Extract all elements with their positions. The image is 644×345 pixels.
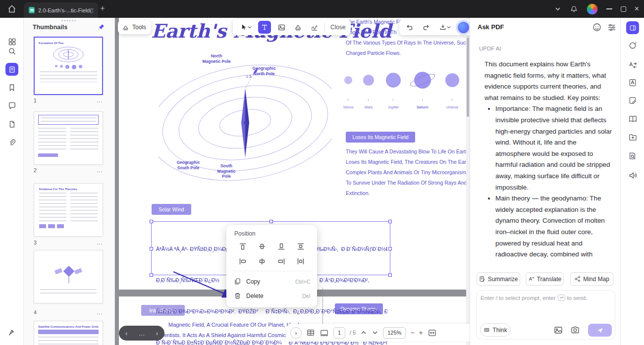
thumbnail-4-menu[interactable]: … xyxy=(97,309,103,316)
think-toggle-button[interactable]: Think xyxy=(480,323,511,337)
thumbnail-1-lines xyxy=(40,71,97,82)
translate-button[interactable]: Translate xyxy=(526,272,564,286)
context-menu-delete[interactable]: Delete Del xyxy=(226,289,317,303)
undo-icon[interactable] xyxy=(403,21,415,33)
align-right-icon[interactable] xyxy=(277,257,286,266)
table-view-icon[interactable] xyxy=(306,328,315,337)
chevron-down-icon[interactable] xyxy=(554,5,561,12)
tools-button[interactable]: Tools xyxy=(118,20,151,34)
resize-handle-ne[interactable] xyxy=(388,220,392,223)
nav-previous-icon[interactable]: ‹ xyxy=(125,330,127,337)
prompt-input[interactable]: Enter / to select prompt, enter to send.… xyxy=(476,290,615,340)
next-page-icon[interactable] xyxy=(372,329,378,336)
thumbnail-2-menu[interactable]: … xyxy=(97,167,103,174)
stamp-tool[interactable] xyxy=(292,21,304,33)
translate-page-icon[interactable] xyxy=(627,77,638,88)
screenshot-icon[interactable] xyxy=(570,325,580,335)
annotate-export-icon[interactable] xyxy=(627,95,638,106)
nav-more-icon[interactable]: … xyxy=(139,330,145,337)
thumbnail-page-1[interactable]: Formation Of The xyxy=(34,37,103,95)
bookmark-icon[interactable] xyxy=(6,82,17,93)
page-number-input[interactable]: 1 xyxy=(333,327,345,339)
distribute-vertical-icon[interactable] xyxy=(296,242,305,251)
expand-toolbar-button[interactable]: › xyxy=(290,327,302,339)
thumbnail-5-band xyxy=(38,330,99,334)
zoom-out-button[interactable]: − xyxy=(410,329,414,337)
presentation-icon[interactable] xyxy=(320,328,329,338)
thumbnail-page-3[interactable]: Evidence For The Theories xyxy=(34,183,103,237)
distribute-horizontal-icon[interactable] xyxy=(296,257,305,266)
minimize-button[interactable] xyxy=(606,8,612,9)
align-top-icon[interactable] xyxy=(238,242,247,251)
page-navigation-toolbar: › 1 / 5 125% − + xyxy=(286,324,470,342)
nav-next-icon[interactable]: › xyxy=(156,330,158,337)
previous-page-icon[interactable] xyxy=(360,329,367,336)
zoom-level[interactable]: 125% xyxy=(383,327,406,339)
select-cursor-tool[interactable] xyxy=(238,21,254,33)
mind-map-icon xyxy=(574,276,581,282)
export-folder-icon[interactable] xyxy=(627,132,638,143)
send-button[interactable] xyxy=(588,324,612,337)
summarize-icon xyxy=(479,276,485,282)
reader-view-icon[interactable] xyxy=(627,113,638,124)
save-export-icon[interactable] xyxy=(437,21,453,33)
sidebar-item-thumbnails[interactable] xyxy=(5,63,18,76)
planet-label-uranus: Uranus xyxy=(441,105,463,109)
signature-tool[interactable] xyxy=(308,21,320,33)
updf-ai-label: UPDF AI xyxy=(479,46,501,51)
attachment-icon[interactable] xyxy=(6,137,17,148)
comment-icon[interactable] xyxy=(6,100,17,111)
context-menu-copy[interactable]: Copy Ctrl+C xyxy=(226,274,317,289)
resize-handle-se[interactable] xyxy=(388,273,392,277)
fit-width-icon[interactable] xyxy=(428,328,437,338)
close-window-button[interactable]: × xyxy=(635,5,639,13)
ai-panel-toggle[interactable] xyxy=(626,21,639,34)
collapsed-nav-pill[interactable]: ‹ … › xyxy=(119,326,164,341)
pages-icon[interactable] xyxy=(6,119,17,130)
updf-ai-toggle-icon[interactable] xyxy=(458,22,469,33)
avatar[interactable] xyxy=(587,3,598,15)
thumbnail-page-4[interactable] xyxy=(34,250,103,303)
home-icon[interactable] xyxy=(7,4,17,14)
text-to-speech-icon[interactable] xyxy=(627,170,638,181)
new-tab-button[interactable]: + xyxy=(97,3,108,14)
feedback-smiley-icon[interactable] xyxy=(592,22,602,32)
maximize-button[interactable] xyxy=(621,6,626,12)
search-icon[interactable] xyxy=(6,46,17,56)
resize-handle-n[interactable] xyxy=(269,220,273,223)
thumbnail-page-2[interactable] xyxy=(34,111,103,165)
bell-icon[interactable] xyxy=(570,5,578,13)
vertical-scrollbar[interactable] xyxy=(466,18,470,345)
align-vertical-center-icon[interactable] xyxy=(258,242,267,251)
close-toolbar-button[interactable]: Close xyxy=(330,24,346,31)
trash-icon xyxy=(233,292,242,300)
settings-sliders-icon[interactable] xyxy=(607,22,617,32)
align-left-icon[interactable] xyxy=(238,257,247,266)
translate-compare-icon[interactable] xyxy=(627,59,638,70)
enter-key-icon xyxy=(558,295,565,301)
thumbnail-3-menu[interactable]: … xyxy=(97,239,103,246)
redo-icon[interactable] xyxy=(420,21,432,33)
resize-handle-nw[interactable] xyxy=(150,220,153,223)
image-tool[interactable] xyxy=(275,21,287,33)
resize-handle-e[interactable] xyxy=(388,247,392,250)
resize-handle-sw[interactable] xyxy=(150,273,153,277)
summarize-button[interactable]: Summarize xyxy=(477,272,520,286)
pin-icon[interactable] xyxy=(97,23,106,32)
document-tab[interactable]: 2.0-Earth's-...tic-Field(1) xyxy=(24,2,98,18)
zoom-in-button[interactable]: + xyxy=(419,329,423,337)
document-search-icon[interactable] xyxy=(627,150,638,161)
ai-assistant-icon[interactable] xyxy=(627,40,638,50)
resize-handle-w[interactable] xyxy=(150,247,153,250)
align-bottom-icon[interactable] xyxy=(277,242,286,251)
insert-image-icon[interactable] xyxy=(553,325,563,335)
signature-pen-icon[interactable] xyxy=(6,327,17,338)
scrollbar-thumb[interactable] xyxy=(467,38,469,117)
align-horizontal-center-icon[interactable] xyxy=(258,257,267,266)
thumbnail-page-5[interactable]: Satellite Communications And Power Grids xyxy=(34,321,103,345)
thumbnail-1-menu[interactable]: … xyxy=(97,97,103,104)
thumbnail-3-number: 3 xyxy=(34,240,37,246)
mind-map-button[interactable]: Mind Map xyxy=(570,272,613,286)
text-select-tool[interactable] xyxy=(258,21,271,34)
document-tab-icon xyxy=(29,7,35,13)
